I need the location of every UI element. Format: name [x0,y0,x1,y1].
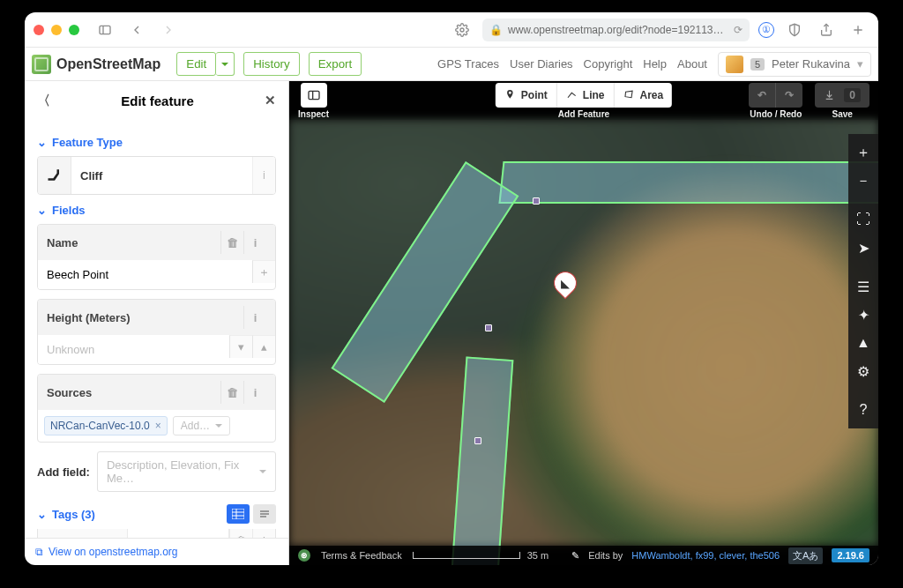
share-icon[interactable] [815,20,838,40]
edit-dropdown[interactable] [216,52,235,76]
site-settings-icon[interactable] [451,20,474,40]
tag-value[interactable]: Beech Point [128,529,229,538]
cliff-icon [38,157,71,194]
tag-key[interactable]: name [38,529,128,538]
info-icon[interactable]: i [252,529,275,538]
chevron-down-icon [259,470,266,477]
nav-gps-traces[interactable]: GPS Traces [437,57,499,71]
section-fields[interactable]: ⌄ Fields [37,204,276,217]
terms-link[interactable]: Terms & Feedback [321,550,402,561]
map-bottombar: ⊛ Terms & Feedback 35 m ✎ Edits by HMWam… [289,546,878,565]
language-button[interactable]: 文Aあ [788,547,823,564]
layers-icon[interactable]: ☰ [848,273,878,300]
add-name-icon[interactable]: ＋ [252,260,275,283]
addfield-select[interactable]: Description, Elevation, Fix Me… [97,451,276,492]
nav-help[interactable]: Help [643,57,667,71]
osm-logo[interactable]: OpenStreetMap [32,55,160,74]
minimize-window-icon[interactable] [51,25,62,35]
stepper-up-icon[interactable]: ▴ [252,335,275,358]
editor-sidebar: 〈 Edit feature ✕ ⌄ Feature Type Cliff i [25,81,289,565]
nav-copyright[interactable]: Copyright [584,57,633,71]
vertex-handle[interactable] [474,437,481,444]
tags-table-view-icon[interactable] [227,504,250,524]
version-badge[interactable]: 2.19.6 [832,548,869,562]
sidebar-title: Edit feature [121,93,194,108]
onepassword-icon[interactable]: ① [758,22,774,38]
chip-remove-icon[interactable]: × [155,420,161,432]
source-add-combo[interactable]: Add… [173,416,230,435]
user-menu[interactable]: 5 Peter Rukavina ▾ [718,52,871,77]
undo-button[interactable]: ↶ [749,83,775,108]
vertex-handle[interactable] [533,197,540,205]
avatar [726,56,743,73]
shield-icon[interactable] [783,20,806,40]
stepper-down-icon[interactable]: ▾ [229,335,252,358]
svg-marker-16 [625,91,632,98]
chevron-down-icon: ⌄ [37,204,47,217]
edit-button[interactable]: Edit [176,52,216,76]
save-button[interactable]: 0 [815,83,869,108]
add-area-button[interactable]: Area [613,83,672,108]
svg-rect-14 [309,91,319,99]
info-icon[interactable]: i [243,306,266,329]
tags-text-view-icon[interactable] [253,504,276,524]
issues-icon[interactable]: ▲ [848,330,878,356]
reload-icon[interactable]: ⟳ [734,24,743,36]
info-icon[interactable]: i [252,157,275,194]
add-point-button[interactable]: Point [496,83,556,108]
url-bar[interactable]: 🔒 www.openstreetmap.org/edit?node=192113… [482,19,750,41]
fullscreen-window-icon[interactable] [69,25,79,35]
external-link-icon: ⧉ [35,546,43,558]
sidebar-toggle-icon[interactable] [93,20,116,40]
zoom-out-button[interactable]: － [848,167,878,194]
map-canvas[interactable]: Inspect Point Line [289,81,878,565]
history-button[interactable]: History [243,52,299,76]
preferences-icon[interactable]: ⚙ [848,358,878,384]
cliff-icon: ◣ [561,277,570,290]
section-feature-type[interactable]: ⌄ Feature Type [37,136,276,149]
view-on-osm-link[interactable]: View on openstreetmap.org [49,546,178,558]
zoom-in-button[interactable]: ＋ [848,139,878,166]
selected-node-marker[interactable]: ◣ [554,272,577,301]
svg-rect-7 [232,509,244,519]
chevron-down-icon [215,424,222,431]
feature-type-row[interactable]: Cliff i [37,156,276,195]
map-data-icon[interactable]: ✦ [848,301,878,328]
osm-logo-text: OpenStreetMap [56,56,160,72]
section-tags[interactable]: ⌄ Tags (3) [37,508,95,521]
osm-logo-icon [32,55,51,74]
addfield-label: Add field: [37,465,90,479]
inspect-button[interactable] [301,83,327,108]
info-icon[interactable]: i [243,231,266,254]
close-window-icon[interactable] [34,25,44,35]
aerial-imagery[interactable]: ◣ [289,120,878,546]
url-text: www.openstreetmap.org/edit?node=19211377… [508,24,728,36]
tag-row: name Beech Point 🗑 i [37,529,276,538]
info-icon[interactable]: i [243,381,266,404]
vertex-handle[interactable] [485,324,492,331]
height-input[interactable] [38,335,229,364]
forward-icon[interactable] [157,20,180,40]
locate-icon[interactable]: ➤ [848,234,878,261]
editors-link[interactable]: HMWamboldt, fx99, clever, the506 [631,550,780,561]
close-icon[interactable]: ✕ [265,93,276,108]
edits-by-label: Edits by [588,550,623,561]
export-button[interactable]: Export [309,52,362,76]
add-line-button[interactable]: Line [556,83,614,108]
trash-icon[interactable]: 🗑 [220,231,243,254]
way-highlight[interactable] [498,161,878,204]
trash-icon[interactable]: 🗑 [229,529,252,538]
save-count: 0 [844,88,861,102]
help-icon[interactable]: ? [848,397,878,423]
fullscreen-icon[interactable]: ⛶ [848,206,878,233]
redo-button[interactable]: ↷ [775,83,802,108]
back-icon[interactable] [125,20,148,40]
back-chevron-icon[interactable]: 〈 [37,93,50,109]
name-input[interactable] [38,260,252,289]
new-tab-icon[interactable] [847,20,869,40]
nav-about[interactable]: About [677,57,707,71]
nav-user-diaries[interactable]: User Diaries [510,57,573,71]
source-chip[interactable]: NRCan-CanVec-10.0 × [44,416,168,435]
field-height-label: Height (Meters) [47,311,131,324]
trash-icon[interactable]: 🗑 [220,381,243,404]
